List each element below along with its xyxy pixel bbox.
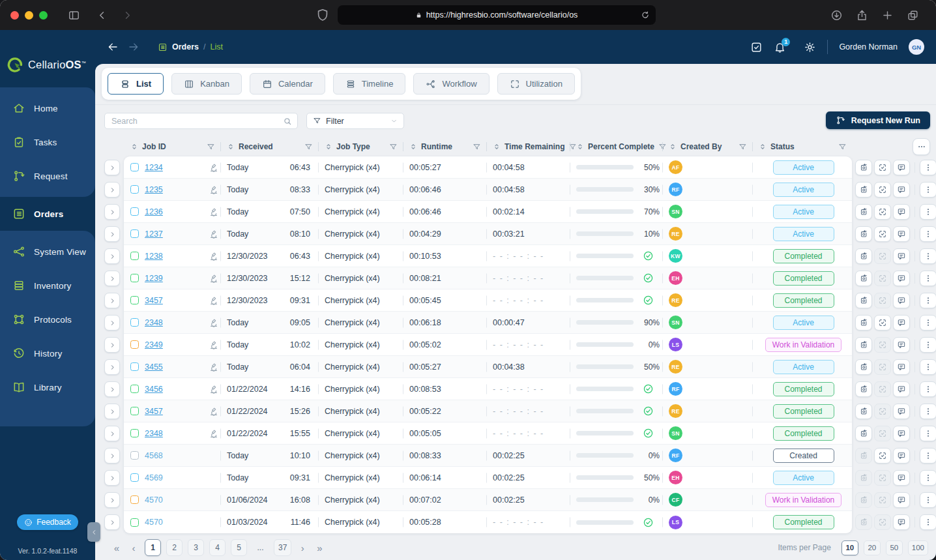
- row-checkbox[interactable]: [130, 163, 139, 171]
- sidebar-item-tasks[interactable]: Tasks: [0, 125, 95, 159]
- comments-button[interactable]: [893, 514, 910, 530]
- tab-kanban[interactable]: Kanban: [171, 73, 242, 95]
- job-id-link[interactable]: 3457: [145, 296, 163, 305]
- breadcrumb-section[interactable]: Orders: [172, 42, 199, 52]
- last-page-button[interactable]: »: [314, 542, 325, 553]
- row-expand-button[interactable]: [104, 359, 120, 375]
- column-filter-icon[interactable]: [473, 143, 481, 151]
- run-details-button[interactable]: [855, 160, 872, 175]
- comments-button[interactable]: [893, 315, 910, 331]
- browser-sidebar-toggle-icon[interactable]: [68, 9, 80, 22]
- sidebar-collapse-button[interactable]: [87, 522, 100, 542]
- close-window-button[interactable]: [10, 11, 19, 20]
- row-menu-button[interactable]: [920, 160, 936, 175]
- row-menu-button[interactable]: [920, 448, 936, 464]
- comments-button[interactable]: [893, 182, 910, 198]
- comments-button[interactable]: [893, 226, 910, 242]
- job-id-link[interactable]: 2348: [145, 318, 163, 327]
- validate-button[interactable]: [874, 315, 891, 331]
- column-header-job-id[interactable]: Job ID: [124, 138, 220, 155]
- job-id-link[interactable]: 1237: [145, 229, 163, 239]
- request-new-run-button[interactable]: Request New Run: [826, 111, 930, 129]
- comments-button[interactable]: [893, 470, 910, 486]
- row-expand-button[interactable]: [104, 337, 120, 353]
- page-button-37[interactable]: 37: [274, 539, 291, 556]
- tab-list[interactable]: List: [108, 73, 164, 95]
- column-options-button[interactable]: [913, 138, 930, 155]
- tab-workflow[interactable]: Workflow: [413, 73, 489, 95]
- row-menu-button[interactable]: [920, 337, 936, 353]
- job-id-link[interactable]: 3455: [145, 362, 163, 372]
- first-page-button[interactable]: «: [111, 542, 123, 553]
- row-expand-button[interactable]: [104, 514, 120, 530]
- column-header-runtime[interactable]: Runtime: [403, 138, 486, 155]
- row-menu-button[interactable]: [920, 404, 936, 419]
- new-tab-icon[interactable]: [881, 9, 894, 22]
- run-details-button[interactable]: [855, 204, 872, 220]
- job-id-link[interactable]: 1238: [145, 252, 163, 261]
- row-menu-button[interactable]: [920, 470, 936, 486]
- row-expand-button[interactable]: [104, 204, 120, 220]
- run-details-button[interactable]: [855, 182, 872, 198]
- comments-button[interactable]: [893, 381, 910, 397]
- run-details-button[interactable]: [855, 337, 872, 353]
- row-expand-button[interactable]: [104, 182, 120, 198]
- filter-dropdown[interactable]: Filter: [306, 113, 404, 129]
- comments-button[interactable]: [893, 204, 910, 220]
- row-menu-button[interactable]: [920, 182, 936, 198]
- run-details-button[interactable]: [855, 271, 872, 286]
- next-page-button[interactable]: ›: [297, 542, 308, 553]
- job-id-link[interactable]: 2349: [145, 340, 163, 349]
- nav-forward-icon[interactable]: [128, 41, 139, 53]
- job-id-link[interactable]: 1236: [145, 207, 163, 216]
- page-size-button-50[interactable]: 50: [886, 540, 903, 555]
- run-details-button[interactable]: [855, 226, 872, 242]
- column-header-created-by[interactable]: Created By: [662, 138, 752, 155]
- share-icon[interactable]: [856, 9, 868, 22]
- reload-icon[interactable]: [641, 10, 650, 20]
- comments-button[interactable]: [893, 293, 910, 308]
- validate-button[interactable]: [874, 182, 891, 198]
- browser-forward-icon[interactable]: [121, 9, 134, 22]
- job-id-link[interactable]: 3457: [145, 407, 163, 416]
- job-id-link[interactable]: 4570: [145, 495, 163, 505]
- row-checkbox[interactable]: [130, 207, 139, 216]
- privacy-shield-icon[interactable]: [315, 8, 330, 22]
- row-menu-button[interactable]: [920, 514, 936, 530]
- row-expand-button[interactable]: [104, 470, 120, 486]
- job-id-link[interactable]: 3456: [145, 385, 163, 394]
- minimize-window-button[interactable]: [25, 11, 33, 20]
- comments-button[interactable]: [893, 492, 910, 508]
- validate-button[interactable]: [874, 204, 891, 220]
- job-id-link[interactable]: 1239: [145, 274, 163, 283]
- row-expand-button[interactable]: [104, 426, 120, 441]
- column-header-time-remaining[interactable]: Time Remaining: [486, 138, 570, 155]
- tab-calendar[interactable]: Calendar: [250, 73, 325, 95]
- validate-button[interactable]: [874, 448, 891, 464]
- row-checkbox[interactable]: [130, 407, 139, 415]
- row-checkbox[interactable]: [130, 385, 139, 393]
- row-expand-button[interactable]: [104, 448, 120, 464]
- row-expand-button[interactable]: [104, 271, 120, 286]
- row-checkbox[interactable]: [130, 473, 139, 482]
- page-size-button-100[interactable]: 100: [908, 540, 928, 555]
- validate-button[interactable]: [874, 226, 891, 242]
- row-menu-button[interactable]: [920, 248, 936, 264]
- page-button-4[interactable]: 4: [209, 539, 226, 556]
- sidebar-item-history[interactable]: History: [0, 336, 95, 370]
- job-id-link[interactable]: 4568: [145, 451, 163, 460]
- zoom-window-button[interactable]: [39, 11, 48, 20]
- column-filter-icon[interactable]: [304, 143, 313, 151]
- row-checkbox[interactable]: [130, 274, 139, 282]
- tab-overview-icon[interactable]: [907, 9, 919, 22]
- validate-button[interactable]: [874, 160, 891, 175]
- column-header-percent-complete[interactable]: Percent Complete: [570, 138, 662, 155]
- feedback-button[interactable]: Feedback: [17, 514, 78, 530]
- run-details-button[interactable]: [855, 293, 872, 308]
- page-button-1[interactable]: 1: [145, 539, 161, 556]
- job-id-link[interactable]: 4569: [145, 473, 163, 482]
- run-details-button[interactable]: [855, 315, 872, 331]
- previous-page-button[interactable]: ‹: [128, 542, 139, 553]
- page-size-button-10[interactable]: 10: [841, 540, 858, 555]
- breadcrumb-page[interactable]: List: [210, 42, 222, 52]
